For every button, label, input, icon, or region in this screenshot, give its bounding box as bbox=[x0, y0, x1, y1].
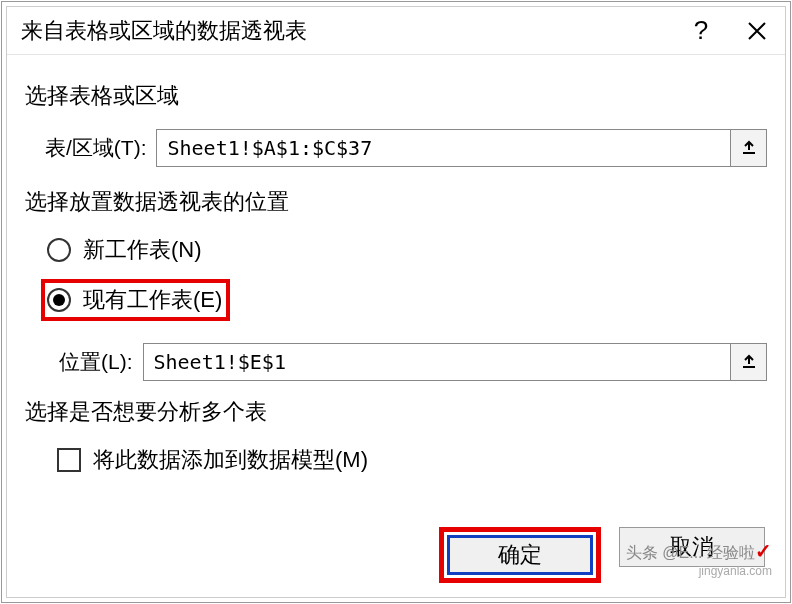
table-range-row: 表/区域(T): bbox=[25, 129, 767, 167]
pivot-table-dialog: 来自表格或区域的数据透视表 ? 选择表格或区域 表/区域(T): 选择放置数据透… bbox=[6, 6, 786, 598]
radio-new-worksheet-label: 新工作表(N) bbox=[83, 235, 202, 265]
collapse-dialog-icon bbox=[741, 140, 757, 156]
table-range-label: 表/区域(T): bbox=[45, 134, 146, 162]
table-range-input[interactable] bbox=[157, 130, 730, 166]
table-range-input-wrap bbox=[156, 129, 767, 167]
location-label: 位置(L): bbox=[59, 348, 133, 376]
radio-selected-icon bbox=[53, 294, 65, 306]
add-to-data-model-row[interactable]: 将此数据添加到数据模型(M) bbox=[25, 445, 767, 475]
help-button[interactable]: ? bbox=[673, 8, 729, 54]
ok-button-highlight: 确定 bbox=[439, 527, 601, 583]
section-analyze-label: 选择是否想要分析多个表 bbox=[25, 397, 767, 427]
radio-new-worksheet[interactable]: 新工作表(N) bbox=[25, 235, 767, 265]
section-select-range-label: 选择表格或区域 bbox=[25, 81, 767, 111]
location-input-wrap bbox=[143, 343, 768, 381]
ok-button[interactable]: 确定 bbox=[447, 535, 593, 575]
svg-rect-0 bbox=[743, 152, 755, 154]
checkbox-icon bbox=[57, 448, 81, 472]
dialog-content: 选择表格或区域 表/区域(T): 选择放置数据透视表的位置 新工作表(N) 现有… bbox=[7, 55, 785, 515]
radio-existing-worksheet-label: 现有工作表(E) bbox=[83, 285, 222, 315]
location-input[interactable] bbox=[144, 344, 731, 380]
radio-existing-worksheet[interactable]: 现有工作表(E) bbox=[41, 279, 230, 321]
close-button[interactable] bbox=[729, 8, 785, 54]
radio-icon bbox=[47, 238, 71, 262]
cancel-button[interactable]: 取消 bbox=[619, 527, 765, 567]
location-collapse-button[interactable] bbox=[730, 344, 766, 380]
radio-icon bbox=[47, 288, 71, 312]
dialog-title: 来自表格或区域的数据透视表 bbox=[21, 16, 673, 46]
section-placement-label: 选择放置数据透视表的位置 bbox=[25, 187, 767, 217]
location-row: 位置(L): bbox=[25, 343, 767, 381]
add-to-data-model-label: 将此数据添加到数据模型(M) bbox=[93, 445, 368, 475]
table-range-collapse-button[interactable] bbox=[730, 130, 766, 166]
svg-rect-1 bbox=[743, 366, 755, 368]
dialog-buttons: 确定 取消 bbox=[7, 515, 785, 597]
collapse-dialog-icon bbox=[741, 354, 757, 370]
titlebar: 来自表格或区域的数据透视表 ? bbox=[7, 7, 785, 55]
close-icon bbox=[747, 21, 767, 41]
